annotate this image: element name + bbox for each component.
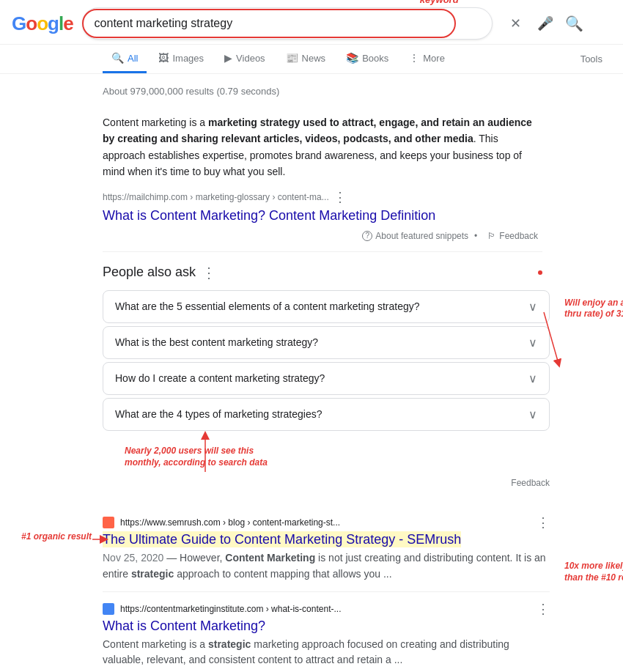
- paa-question-4: What are the 4 types of marketing strate…: [115, 408, 322, 420]
- result-title-1[interactable]: The Ultimate Guide to Content Marketing …: [103, 532, 550, 547]
- chevron-down-icon-3: ∨: [528, 372, 537, 385]
- google-logo: Google: [12, 12, 73, 35]
- result-favicon-1: [103, 517, 114, 528]
- header: Google keyword ✕ 🎤 🔍: [0, 0, 623, 45]
- tools-button[interactable]: Tools: [572, 46, 611, 72]
- search-icon: 🔍: [565, 15, 583, 32]
- red-dot-decoration: [538, 270, 542, 275]
- paa-items-wrapper: Will enjoy an average CTR (click-thru ra…: [103, 290, 550, 431]
- paa-question-2: What is the best content marketing strat…: [115, 336, 318, 348]
- tab-more[interactable]: ⋮ More: [400, 45, 454, 73]
- result-description-1: Nov 25, 2020 — However, Content Marketin…: [103, 550, 550, 583]
- close-icon: ✕: [510, 15, 521, 32]
- tab-videos[interactable]: ▶ Videos: [215, 45, 274, 73]
- ctr-arrow: [544, 312, 566, 371]
- featured-snippet: Content marketing is a marketing strateg…: [103, 106, 542, 252]
- voice-search-button[interactable]: 🎤: [534, 12, 557, 35]
- about-snippets[interactable]: ? About featured snippets: [362, 231, 468, 241]
- chevron-down-icon-2: ∨: [528, 336, 537, 350]
- flag-icon: 🏳: [487, 231, 496, 241]
- snippet-feedback-button[interactable]: 🏳 Feedback: [483, 229, 542, 243]
- paa-item-1[interactable]: What are the 5 essential elements of a c…: [103, 290, 550, 323]
- images-icon: 🖼: [158, 52, 169, 64]
- tab-images[interactable]: 🖼 Images: [150, 45, 213, 73]
- main-content: About 979,000,000 results (0.79 seconds)…: [0, 74, 550, 672]
- keyword-label: keyword: [420, 0, 459, 5]
- paa-item-4[interactable]: What are the 4 types of marketing strate…: [103, 398, 550, 431]
- videos-icon: ▶: [224, 52, 232, 64]
- users-arrow: [205, 435, 227, 472]
- paa-item-2[interactable]: What is the best content marketing strat…: [103, 326, 550, 359]
- microphone-icon: 🎤: [537, 15, 553, 32]
- search-icons: ✕ 🎤 🔍: [504, 12, 586, 35]
- snippet-text: Content marketing is a marketing strateg…: [103, 114, 542, 180]
- result-url-line-2: https://contentmarketinginstitute.com › …: [103, 601, 550, 617]
- people-also-ask-section: People also ask ⋮ Will enjoy an average …: [103, 252, 550, 506]
- snippet-dots[interactable]: ⋮: [333, 189, 347, 205]
- paa-feedback-button[interactable]: Feedback: [103, 475, 550, 494]
- all-icon: 🔍: [111, 52, 124, 64]
- search-button[interactable]: 🔍: [563, 12, 586, 35]
- tab-books[interactable]: 📚 Books: [337, 45, 397, 73]
- ten-x-annotation: 10x more likely to get a click than the …: [564, 561, 623, 583]
- tab-news[interactable]: 📰 News: [277, 45, 335, 73]
- organic-arrow: [92, 533, 107, 548]
- paa-options-icon[interactable]: ⋮: [202, 264, 216, 281]
- paa-header: People also ask ⋮: [103, 264, 550, 281]
- result-date-1: Nov 25, 2020: [103, 552, 163, 564]
- results-count: About 979,000,000 results (0.79 seconds): [103, 80, 550, 106]
- nav-tabs: 🔍 All 🖼 Images ▶ Videos 📰 News 📚 Books ⋮…: [0, 45, 623, 74]
- result-url-1: https://www.semrush.com › blog › content…: [120, 517, 340, 528]
- paa-item-3[interactable]: How do I create a content marketing stra…: [103, 362, 550, 395]
- snippet-url: https://mailchimp.com › marketing-glossa…: [103, 189, 542, 205]
- ctr-annotation: Will enjoy an average CTR (click-thru ra…: [564, 298, 623, 320]
- more-icon: ⋮: [409, 52, 419, 64]
- organic-label: #1 organic result: [0, 531, 92, 543]
- result-title-2[interactable]: What is Content Marketing?: [103, 619, 550, 634]
- result-options-icon-1[interactable]: ⋮: [537, 514, 550, 531]
- result-description-2: Content marketing is a strategic marketi…: [103, 637, 550, 669]
- result-favicon-2: [103, 603, 114, 615]
- search-bar-wrapper: keyword: [82, 7, 493, 40]
- result-url-line-1: https://www.semrush.com › blog › content…: [103, 514, 550, 531]
- result-options-icon-2[interactable]: ⋮: [537, 601, 550, 617]
- books-icon: 📚: [346, 52, 358, 64]
- tab-all[interactable]: 🔍 All: [103, 45, 147, 73]
- chevron-down-icon-1: ∨: [528, 300, 537, 314]
- search-input[interactable]: [82, 7, 493, 40]
- snippet-footer: ? About featured snippets • 🏳 Feedback: [103, 224, 542, 245]
- search-result-1: #1 organic result 10x more likely to get…: [103, 506, 550, 592]
- chevron-down-icon-4: ∨: [528, 407, 537, 421]
- search-result-2: https://contentmarketinginstitute.com › …: [103, 592, 550, 673]
- svg-line-0: [544, 312, 559, 363]
- clear-button[interactable]: ✕: [504, 12, 528, 35]
- snippet-title[interactable]: What is Content Marketing? Content Marke…: [103, 208, 542, 224]
- result-url-2: https://contentmarketinginstitute.com › …: [120, 604, 341, 614]
- news-icon: 📰: [286, 52, 298, 64]
- question-circle-icon: ?: [362, 231, 372, 241]
- paa-question-1: What are the 5 essential elements of a c…: [115, 300, 420, 312]
- paa-question-3: How do I create a content marketing stra…: [115, 372, 325, 384]
